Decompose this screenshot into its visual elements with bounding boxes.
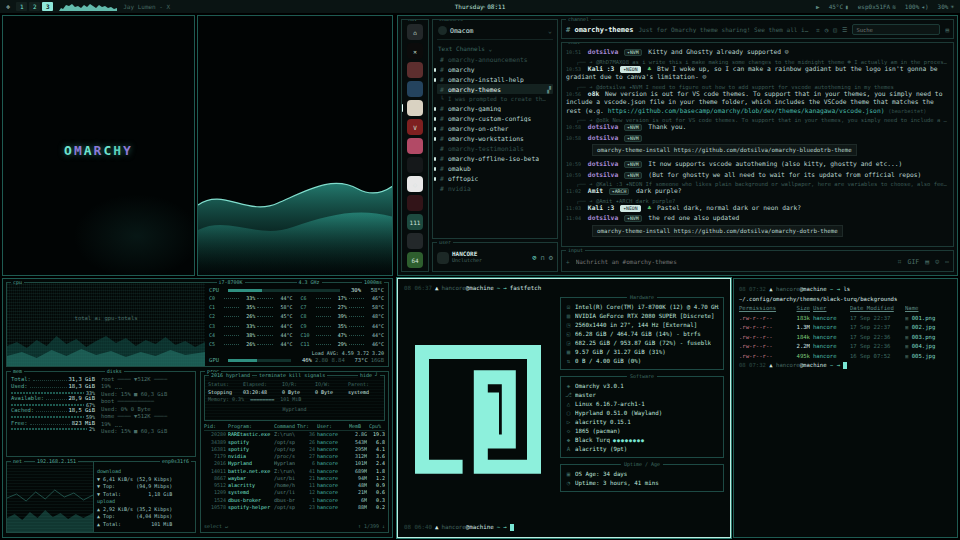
pinned-icon[interactable]: ◫ xyxy=(833,26,837,34)
chat-message[interactable]: 10:59 dotsilva ✦NVM (But for ghostty we … xyxy=(566,171,949,180)
server-icon[interactable]: ✕ xyxy=(407,43,423,59)
channel-item[interactable]: # omakub xyxy=(437,163,553,173)
channel-item[interactable]: # omarchy-gaming xyxy=(437,103,553,113)
emoji-icon[interactable]: ☺ xyxy=(935,258,939,266)
chat-message[interactable]: @RhD7MAXO8 as i write this i make making… xyxy=(566,59,949,82)
attach-plus-icon[interactable]: + xyxy=(566,258,570,265)
file-name[interactable]: 004.jpg xyxy=(905,342,952,352)
process-row[interactable]: 1209 systemd /usr/lib/systemd/ 12 hancor… xyxy=(204,489,385,496)
chat-message[interactable]: @Kali :3 ✦NEON If someone who likes plai… xyxy=(566,181,949,196)
process-row[interactable]: 8667 waybar /usr/bin/waybar 21 hancore 9… xyxy=(204,475,385,482)
message-author[interactable]: dotsilva xyxy=(588,134,618,141)
prompt-line[interactable]: 08 07:32 ▲ hancore@machine ~ → xyxy=(739,361,952,371)
workspace-button[interactable]: 3 xyxy=(42,2,53,11)
channel-item[interactable]: # omarchy-offline-iso-beta xyxy=(437,153,553,163)
avatar[interactable] xyxy=(437,252,449,264)
media-title[interactable]: Jay Lumen - X xyxy=(123,3,170,10)
workspace-button[interactable]: 2 xyxy=(29,2,40,11)
chat-message[interactable]: 10:59 dotsilva ✦NVM It now supports vsco… xyxy=(566,160,949,169)
gift-icon[interactable]: ⌗ xyxy=(898,258,902,266)
process-row[interactable]: 20280 RAREtastic.exe Z:\run\media\game 3… xyxy=(204,431,385,438)
process-row[interactable]: 7179 nvidia /proc/self/exe -- 27 hancore… xyxy=(204,453,385,460)
status-item[interactable]: esp0x51FA ≋ xyxy=(858,3,896,10)
message-author[interactable]: dotsilva xyxy=(588,123,618,130)
status-item[interactable]: ▶ xyxy=(814,3,820,10)
sticker-icon[interactable]: ▤ xyxy=(925,258,929,266)
chat-message[interactable]: 10:51 dotsilva ✦NVM Kitty and Ghostty al… xyxy=(566,48,949,57)
channel-item[interactable]: # offtopic xyxy=(437,173,553,183)
settings-gear-icon[interactable]: ⚙ xyxy=(549,254,553,262)
status-item[interactable]: 45°C ▮ xyxy=(829,3,849,10)
message-author[interactable]: dotsilva xyxy=(588,214,618,221)
chat-message[interactable]: @dotsilva ✦NVM I need to figure out how … xyxy=(566,84,949,116)
status-item[interactable]: 100% ◂) xyxy=(905,3,929,10)
server-icon[interactable] xyxy=(407,138,423,154)
channel-item[interactable]: # omarchy xyxy=(437,64,553,74)
message-author[interactable]: o8k xyxy=(588,90,599,97)
notifications-icon[interactable]: ◷ xyxy=(825,26,829,34)
message-author[interactable]: dotsilva xyxy=(588,160,618,167)
message-author[interactable]: dotsilva xyxy=(588,171,618,178)
channel-item[interactable]: # omarchy-workstations xyxy=(437,133,553,143)
server-icon[interactable]: ⌂ xyxy=(407,24,423,40)
file-name[interactable]: 001.png xyxy=(905,314,952,324)
channel-item[interactable]: # omarchy-on-other xyxy=(437,123,553,133)
search-input[interactable] xyxy=(852,24,940,35)
headphones-icon[interactable]: ∩ xyxy=(541,254,545,262)
status-item[interactable]: 30% ☀ xyxy=(938,3,954,10)
message-link[interactable]: https://github.com/basecamp/omarchy/blob… xyxy=(608,107,885,114)
process-row[interactable]: 10578 spotify-helper /opt/spotify/spot 2… xyxy=(204,504,385,511)
chat-message[interactable]: @Amit ✦ARCH dark purple? 11:03 Kali :3 ✦… xyxy=(566,198,949,213)
process-row[interactable]: 9512 alacritty /home/hancore/.la 11 hanc… xyxy=(204,482,385,489)
code-block[interactable]: omarchy-theme-install https://github.com… xyxy=(592,144,857,156)
channel-item[interactable]: # nvidia xyxy=(437,183,553,193)
server-icon[interactable]: 64 xyxy=(407,252,423,268)
channel-item[interactable]: # omarchy-testimonials xyxy=(437,143,553,153)
workspace-button[interactable]: 1 xyxy=(16,2,27,11)
process-row[interactable]: 14011 battle.net.exe Z:\run\media\game 4… xyxy=(204,468,385,475)
code-block[interactable]: omarchy-theme-install https://github.com… xyxy=(592,225,843,237)
server-icon[interactable] xyxy=(407,195,423,211)
chat-message[interactable]: 11:04 dotsilva ✦NVM the red one also upd… xyxy=(566,214,949,239)
server-header[interactable]: Omacom xyxy=(437,24,553,40)
omarchy-menu-icon[interactable]: ❖ xyxy=(6,3,10,11)
mic-mute-icon[interactable]: ⊘ xyxy=(532,254,536,262)
file-name[interactable]: 005.jpg xyxy=(905,352,952,362)
more-icon[interactable]: ⋯ xyxy=(945,258,949,266)
file-name[interactable]: 002.jpg xyxy=(905,323,952,333)
server-icon[interactable]: 111 xyxy=(407,214,423,230)
channel-item[interactable]: # omarchy-themes xyxy=(437,84,553,94)
members-icon[interactable]: ☰ xyxy=(842,26,847,34)
channel-item[interactable]: # omarchy-custom-configs xyxy=(437,113,553,123)
gif-icon[interactable]: GIF xyxy=(907,258,919,266)
channel-item[interactable]: └ I was prompted to create th… xyxy=(437,94,553,103)
server-icon[interactable] xyxy=(407,100,423,116)
category-header[interactable]: Text Channels xyxy=(437,43,553,54)
inbox-icon[interactable]: ▤ xyxy=(945,26,949,33)
message-input[interactable] xyxy=(576,258,892,265)
server-icon[interactable] xyxy=(407,81,423,97)
channel-item[interactable]: # omarchy-install-help xyxy=(437,74,553,84)
file-name[interactable]: 003.png xyxy=(905,333,952,343)
server-icon[interactable]: V xyxy=(407,119,423,135)
server-icon[interactable] xyxy=(407,157,423,173)
process-header[interactable]: Pid:Program:Command:Thr:User:MemBCpu% xyxy=(204,423,385,431)
server-icon[interactable]: ◌ xyxy=(407,176,423,192)
chat-message[interactable]: @o8k New version is out for VS code them… xyxy=(566,117,949,132)
process-row[interactable]: 1524 dbus-broker dbus-broker --log 1 han… xyxy=(204,497,385,504)
chat-message[interactable]: 10:58 dotsilva ✦NVM omarchy-theme-instal… xyxy=(566,134,949,159)
server-icon[interactable] xyxy=(407,271,423,272)
process-row[interactable]: 16381 spotify /opt/spotify/spot 24 hanco… xyxy=(204,446,385,453)
process-row[interactable]: 2016 Hyprland Hyprland 6 hancore 101M 2.… xyxy=(204,460,385,467)
message-author[interactable]: Kali :3 xyxy=(588,204,615,211)
threads-icon[interactable]: ⌗ xyxy=(816,26,819,34)
prompt-line[interactable]: 08 06:40 ▲ hancore@machine ~ → xyxy=(404,523,724,532)
message-author[interactable]: Amit xyxy=(588,187,603,194)
server-icon[interactable] xyxy=(407,62,423,78)
server-icon[interactable] xyxy=(407,233,423,249)
detail-hide[interactable]: hide ┘ xyxy=(358,372,380,380)
message-author[interactable]: Kali :3 xyxy=(588,65,615,72)
process-row[interactable]: 34389 spotify /opt/spotify/spot 26 hanco… xyxy=(204,439,385,446)
channel-item[interactable]: # omarchy-announcements xyxy=(437,54,553,64)
message-author[interactable]: dotsilva xyxy=(588,48,618,55)
